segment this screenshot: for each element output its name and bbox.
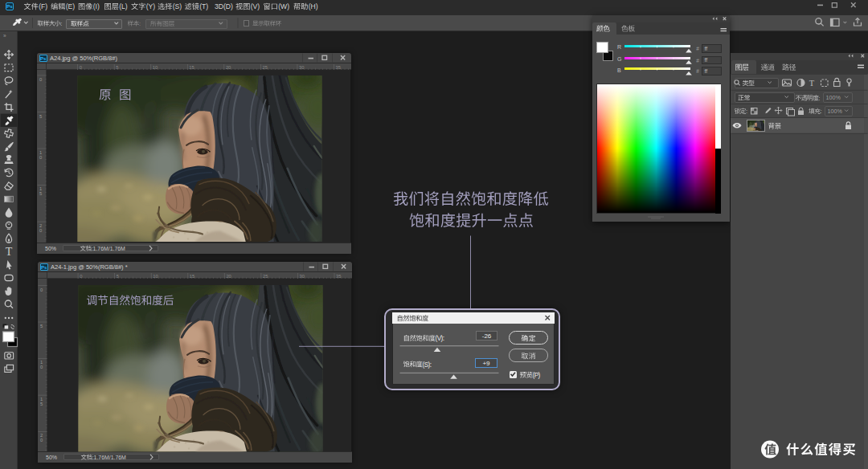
svg-text:(I): (I) xyxy=(93,2,100,10)
svg-text:50%: 50% xyxy=(45,246,56,251)
svg-text:0: 0 xyxy=(40,438,43,442)
svg-text:(H): (H) xyxy=(309,2,318,10)
svg-text:5: 5 xyxy=(117,274,119,279)
svg-text::1.76M/1.76M: :1.76M/1.76M xyxy=(92,246,125,251)
svg-text:G: G xyxy=(617,56,621,62)
svg-text:50%: 50% xyxy=(46,455,57,460)
svg-text:5: 5 xyxy=(39,114,42,119)
svg-text:(L): (L) xyxy=(119,2,128,10)
svg-text:0: 0 xyxy=(40,365,43,369)
svg-text:15: 15 xyxy=(190,274,194,279)
svg-text:Ps: Ps xyxy=(6,4,13,9)
svg-text::: : xyxy=(818,95,820,102)
svg-text:5: 5 xyxy=(39,191,42,196)
svg-text:5: 5 xyxy=(40,402,43,406)
svg-text:+9: +9 xyxy=(482,360,490,367)
svg-text:35: 35 xyxy=(336,274,341,279)
svg-text:B: B xyxy=(617,67,621,73)
svg-text:(T): (T) xyxy=(199,2,208,10)
svg-text:»: » xyxy=(3,33,6,39)
svg-text:100%: 100% xyxy=(826,94,841,101)
svg-text:-26: -26 xyxy=(482,332,492,340)
svg-text:Ps: Ps xyxy=(40,56,47,61)
svg-text:ff: ff xyxy=(705,68,708,74)
svg-text:0: 0 xyxy=(80,274,82,279)
svg-text:(Y): (Y) xyxy=(146,2,156,10)
svg-text:0: 0 xyxy=(40,288,43,292)
svg-text:25: 25 xyxy=(262,65,267,70)
svg-text::: : xyxy=(820,108,821,115)
svg-text:25: 25 xyxy=(263,274,268,279)
svg-text:20: 20 xyxy=(226,274,231,279)
svg-text:ff: ff xyxy=(705,57,708,63)
svg-text:#: # xyxy=(696,68,699,74)
svg-text:35: 35 xyxy=(336,65,341,70)
svg-text:30: 30 xyxy=(300,274,305,279)
svg-text:30: 30 xyxy=(299,65,304,70)
svg-text:Ps: Ps xyxy=(41,265,47,270)
svg-text:0: 0 xyxy=(39,77,42,82)
svg-text:T: T xyxy=(809,79,815,88)
svg-text::: : xyxy=(746,108,747,115)
svg-text:0: 0 xyxy=(80,65,82,70)
svg-text:20: 20 xyxy=(226,65,231,70)
svg-text:3D(D): 3D(D) xyxy=(215,2,233,10)
svg-text:A24.jpg @ 50%(RGB/8#): A24.jpg @ 50%(RGB/8#) xyxy=(50,55,117,62)
svg-text:5: 5 xyxy=(40,324,43,328)
svg-text::1.76M/1.76M: :1.76M/1.76M xyxy=(92,455,126,460)
svg-text:5: 5 xyxy=(116,65,118,70)
svg-text:T: T xyxy=(6,246,13,258)
svg-text:10: 10 xyxy=(153,65,158,70)
svg-text::: : xyxy=(139,20,141,27)
svg-text:0: 0 xyxy=(39,228,42,233)
svg-text::: : xyxy=(443,335,444,342)
svg-text::: : xyxy=(430,361,432,369)
svg-text:#: # xyxy=(696,46,699,51)
svg-text:ff: ff xyxy=(705,46,708,51)
svg-text:15: 15 xyxy=(189,65,194,70)
svg-text:#: # xyxy=(696,58,699,63)
svg-text:100%: 100% xyxy=(828,108,843,115)
svg-text:0: 0 xyxy=(39,155,42,160)
svg-text:R: R xyxy=(617,44,621,50)
svg-text:10: 10 xyxy=(153,274,158,279)
svg-text:A24-1.jpg @ 50%(RGB/8#) *: A24-1.jpg @ 50%(RGB/8#) * xyxy=(51,263,128,271)
svg-text:(V): (V) xyxy=(251,2,260,10)
svg-text:): ) xyxy=(538,372,540,379)
svg-text:(F): (F) xyxy=(39,2,47,10)
svg-text:(S): (S) xyxy=(173,2,182,10)
svg-text:(W): (W) xyxy=(278,2,289,10)
svg-text::: : xyxy=(60,20,62,27)
svg-text:(E): (E) xyxy=(66,2,76,10)
